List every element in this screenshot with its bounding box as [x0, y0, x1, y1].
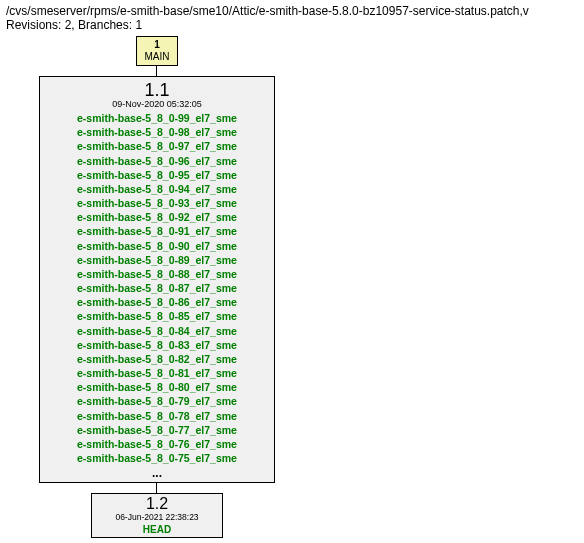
tag: e-smith-base-5_8_0-95_el7_sme	[46, 168, 268, 182]
tag: e-smith-base-5_8_0-75_el7_sme	[46, 451, 268, 465]
tag: e-smith-base-5_8_0-84_el7_sme	[46, 324, 268, 338]
tag: e-smith-base-5_8_0-81_el7_sme	[46, 366, 268, 380]
tag: e-smith-base-5_8_0-78_el7_sme	[46, 409, 268, 423]
connector-line	[156, 66, 157, 76]
tags-ellipsis: ...	[46, 466, 268, 480]
file-path: /cvs/smeserver/rpms/e-smith-base/sme10/A…	[6, 4, 578, 18]
tag: e-smith-base-5_8_0-94_el7_sme	[46, 182, 268, 196]
branch-label: MAIN	[143, 51, 171, 63]
tag: e-smith-base-5_8_0-87_el7_sme	[46, 281, 268, 295]
revision-graph: 1 MAIN 1.1 09-Nov-2020 05:32:05 e-smith-…	[6, 36, 566, 538]
tag: e-smith-base-5_8_0-99_el7_sme	[46, 111, 268, 125]
tag: e-smith-base-5_8_0-83_el7_sme	[46, 338, 268, 352]
tag: e-smith-base-5_8_0-85_el7_sme	[46, 309, 268, 323]
head-label: HEAD	[96, 524, 218, 535]
tag: e-smith-base-5_8_0-91_el7_sme	[46, 224, 268, 238]
tag: e-smith-base-5_8_0-88_el7_sme	[46, 267, 268, 281]
tag: e-smith-base-5_8_0-90_el7_sme	[46, 239, 268, 253]
tag: e-smith-base-5_8_0-86_el7_sme	[46, 295, 268, 309]
revision-date: 06-Jun-2021 22:38:23	[96, 512, 218, 522]
branch-head-node[interactable]: 1 MAIN	[136, 36, 178, 66]
tag: e-smith-base-5_8_0-89_el7_sme	[46, 253, 268, 267]
tag: e-smith-base-5_8_0-79_el7_sme	[46, 394, 268, 408]
branch-number: 1	[143, 39, 171, 51]
revision-node-1.1[interactable]: 1.1 09-Nov-2020 05:32:05 e-smith-base-5_…	[39, 76, 275, 483]
tag: e-smith-base-5_8_0-77_el7_sme	[46, 423, 268, 437]
revision-date: 09-Nov-2020 05:32:05	[46, 99, 268, 109]
revision-node-1.2[interactable]: 1.2 06-Jun-2021 22:38:23 HEAD	[91, 493, 223, 538]
tag: e-smith-base-5_8_0-93_el7_sme	[46, 196, 268, 210]
tag: e-smith-base-5_8_0-92_el7_sme	[46, 210, 268, 224]
revision-version: 1.1	[46, 81, 268, 99]
revision-tags: e-smith-base-5_8_0-99_el7_smee-smith-bas…	[46, 111, 268, 465]
tag: e-smith-base-5_8_0-80_el7_sme	[46, 380, 268, 394]
revision-summary: Revisions: 2, Branches: 1	[6, 18, 578, 32]
tag: e-smith-base-5_8_0-97_el7_sme	[46, 139, 268, 153]
revision-version: 1.2	[96, 496, 218, 512]
tag: e-smith-base-5_8_0-98_el7_sme	[46, 125, 268, 139]
tag: e-smith-base-5_8_0-96_el7_sme	[46, 154, 268, 168]
tag: e-smith-base-5_8_0-76_el7_sme	[46, 437, 268, 451]
tag: e-smith-base-5_8_0-82_el7_sme	[46, 352, 268, 366]
connector-line	[156, 483, 157, 493]
